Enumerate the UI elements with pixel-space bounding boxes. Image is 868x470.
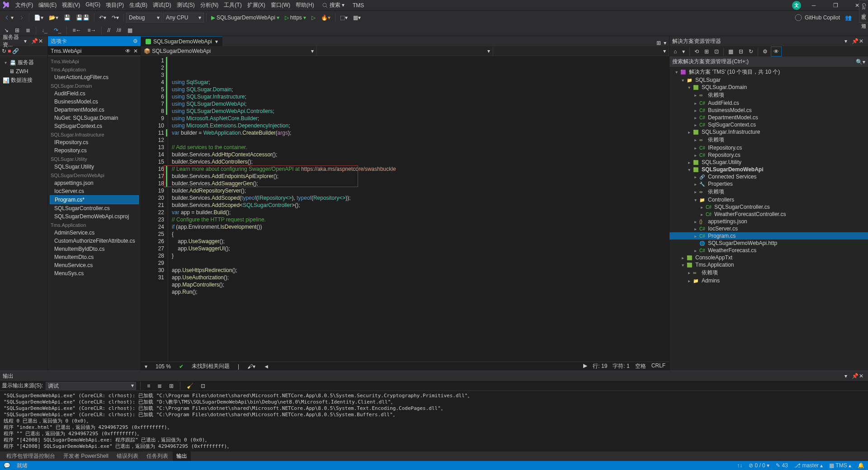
tree-row[interactable]: ▾📁SQLSugar (670, 76, 868, 84)
start-browser-button[interactable]: ▷ https ▾ (283, 13, 308, 22)
tree-row[interactable]: ▸∞依赖项 (670, 91, 868, 99)
status-up-icon[interactable]: ↑↓ (737, 462, 742, 469)
platform-dropdown[interactable]: Any CPU▾ (163, 13, 204, 23)
indent-less-icon[interactable]: ≡← (70, 26, 83, 35)
sol-btn-icon[interactable]: ⊞ (702, 47, 711, 56)
tree-row[interactable]: ▸C#DepartmentModel.cs (670, 114, 868, 121)
start-nodebug-button[interactable]: ▷ (309, 13, 318, 22)
tabcard-item[interactable]: CustomAuthorizeFilterAttribute.cs (50, 237, 139, 245)
status-project[interactable]: ▦ TMS ▴ (829, 462, 851, 469)
status-warnings[interactable]: ✎ 43 (776, 462, 788, 469)
tree-row[interactable]: ▸🔧Properties (670, 180, 868, 188)
code-editor[interactable]: 1234567891011121314151617181920212223242… (141, 56, 669, 362)
connect-icon[interactable]: 🔗 (12, 48, 19, 54)
tabcard-item[interactable]: MenuService.cs (50, 261, 139, 269)
brush-icon[interactable]: 🖌▾ (247, 363, 255, 370)
indent-more-icon[interactable]: ≡→ (85, 26, 98, 35)
step-over-icon[interactable]: ↷_ (52, 26, 64, 35)
close-icon[interactable]: ✕ (859, 38, 865, 44)
close-icon[interactable]: ✕ (859, 373, 865, 379)
tabcard-item[interactable]: BusinessModel.cs (50, 98, 139, 106)
output-clear-icon[interactable]: ≡ (145, 381, 152, 390)
menu-窗口(W)[interactable]: 窗口(W) (268, 0, 293, 10)
collapse-icon[interactable]: ⊟ (736, 47, 745, 56)
tree-row[interactable]: ▸C#Repository.cs (670, 151, 868, 159)
output-source-dropdown[interactable]: 调试▾ (46, 382, 136, 390)
minimize-button[interactable]: ─ (805, 0, 823, 11)
tree-row[interactable]: ▸🟩ConsoleAppTxt (670, 254, 868, 261)
bookmark-icon[interactable]: ▦ (125, 26, 135, 35)
menu-编辑(E)[interactable]: 编辑(E) (36, 0, 59, 10)
space-indicator[interactable]: 空格 (635, 362, 646, 370)
zoom-level[interactable]: 105 % (156, 363, 171, 370)
bottom-tab[interactable]: 任务列表 (143, 451, 172, 461)
user-avatar[interactable]: 文 (792, 1, 801, 10)
solution-explorer-header[interactable]: 解决方案资源管理器 ▾📌✕ (670, 36, 868, 46)
tabcard-item[interactable]: AuditField.cs (50, 89, 139, 98)
pin-icon[interactable]: 👁 (125, 48, 131, 54)
col-indicator[interactable]: 字符: 1 (613, 362, 629, 370)
dropdown-icon[interactable]: ▾ (844, 38, 851, 44)
output-wrap-icon[interactable]: ≣ (155, 381, 164, 390)
tabcard-header[interactable]: 选项卡⚙ (48, 36, 141, 46)
close-icon[interactable]: ✕ (38, 38, 45, 44)
status-errors[interactable]: ⊘ 0 / 0 ▾ (749, 462, 769, 469)
tabcard-item[interactable]: SQLSugarController.cs (50, 204, 139, 212)
tree-node-servers[interactable]: ▾📇 服务器 (1, 58, 47, 67)
tabcard-item[interactable]: Repository.cs (50, 146, 139, 155)
showall-icon[interactable]: ▦ (726, 47, 736, 56)
tree-node-machine[interactable]: 🖥 ZWH (1, 67, 47, 75)
bottom-tab[interactable]: 开发者 PowerShell (60, 451, 112, 461)
tabcard-item[interactable]: UserActionLogFilter.cs (50, 73, 139, 81)
more-btn[interactable]: ▦▾ (351, 13, 363, 22)
tree-row[interactable]: ▸∞依赖项 (670, 268, 868, 277)
open-button[interactable]: 📂▾ (47, 13, 61, 22)
tabcard-item[interactable]: Program.cs* (50, 195, 139, 204)
tabcard-item[interactable]: SQLSugarDemoWebApi.csproj (50, 212, 139, 221)
save-button[interactable]: 💾 (61, 13, 73, 22)
start-debug-button[interactable]: ▶ SQLSugarDemoWebApi ▾ (209, 13, 282, 22)
dropdown-icon[interactable]: ▾ (844, 373, 851, 379)
tree-row[interactable]: ▸C#IocServer.cs (670, 225, 868, 232)
tree-row[interactable]: ▸🟩SQLSugar.Utility (670, 159, 868, 166)
solution-search[interactable]: 搜索解决方案资源管理器(Ctrl+;)🔍▾ (670, 57, 868, 67)
nav-back-button[interactable]: ▾ (2, 13, 16, 22)
sol-dd-icon[interactable]: ▾ (680, 47, 687, 56)
tabcard-item[interactable]: MenuItemByIdDto.cs (50, 245, 139, 253)
tabcard-settings-icon[interactable]: ⚙ (133, 38, 138, 44)
nav-member[interactable]: ▾ (493, 46, 669, 56)
tree-row[interactable]: ▸∞依赖项 (670, 136, 868, 144)
preview-icon[interactable]: 👁 (771, 47, 782, 56)
menu-扩展(X)[interactable]: 扩展(X) (245, 0, 268, 10)
stop-icon[interactable]: ■ (8, 48, 11, 54)
output-lock-icon[interactable]: ⊡ (198, 381, 208, 390)
tree-row[interactable]: ▸∞依赖项 (670, 188, 868, 196)
config-dropdown[interactable]: Debug▾ (126, 13, 162, 23)
refresh-icon[interactable]: ↻ (746, 47, 755, 56)
properties-icon[interactable]: ⚙ (760, 47, 770, 56)
status-notif-icon[interactable]: 🔔 (858, 462, 864, 469)
menu-项目(P)[interactable]: 项目(P) (103, 0, 127, 10)
menu-文件(F)[interactable]: 文件(F) (13, 0, 36, 10)
sol-btn2-icon[interactable]: ⊡ (712, 47, 721, 56)
menu-生成(B)[interactable]: 生成(B) (127, 0, 150, 10)
menu-视图(V)[interactable]: 视图(V) (59, 0, 83, 10)
tabcard-item[interactable]: SqlSugarContext.cs (50, 122, 139, 130)
pin-icon[interactable]: 📌 (852, 38, 858, 44)
menu-帮助(H)[interactable]: 帮助(H) (293, 0, 317, 10)
copilot-label[interactable]: GitHub Copilot (805, 14, 840, 21)
redo-button[interactable]: ↷▾ (109, 13, 121, 22)
nav-type[interactable]: ▾ (317, 46, 493, 56)
undo-button[interactable]: ↶▾ (97, 13, 108, 22)
tabcard-item[interactable]: MenuSys.cs (50, 269, 139, 277)
output-clear2-icon[interactable]: 🧹 (184, 381, 196, 390)
tree-row[interactable]: ▸🟩SQLSugar.Infrastructure (670, 128, 868, 136)
hot-reload-button[interactable]: 🔥▾ (319, 13, 333, 22)
global-search[interactable]: 搜索 ▾ (322, 1, 344, 9)
tabcard-item[interactable]: IRepository.cs (50, 138, 139, 146)
status-feedback-icon[interactable]: 💬 (4, 462, 10, 469)
share-button[interactable]: 👥 (843, 13, 854, 22)
menu-测试(S)[interactable]: 测试(S) (174, 0, 198, 10)
tree-row[interactable]: ▸🔗Connected Services (670, 173, 868, 180)
tree-row[interactable]: ▸C#WeatherForecast.cs (670, 247, 868, 254)
